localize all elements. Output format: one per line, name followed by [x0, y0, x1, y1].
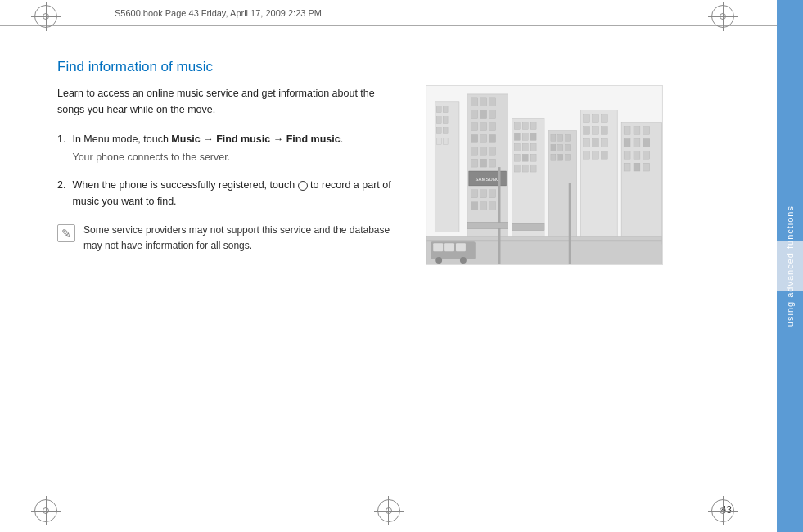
svg-rect-55 [558, 134, 563, 141]
svg-rect-31 [471, 190, 478, 198]
right-tab: using advanced functions [777, 0, 803, 532]
svg-rect-60 [551, 154, 556, 160]
header-line: S5600.book Page 43 Friday, April 17, 200… [115, 8, 322, 18]
svg-rect-3 [443, 106, 448, 113]
svg-rect-75 [601, 151, 607, 159]
svg-rect-90 [426, 240, 661, 241]
svg-rect-100 [512, 223, 544, 230]
top-bar: S5600.book Page 43 Friday, April 17, 200… [0, 0, 777, 26]
note-box: ✎ Some service providers may not support… [57, 223, 401, 254]
svg-rect-52 [530, 165, 536, 172]
svg-rect-40 [530, 123, 536, 130]
svg-rect-66 [601, 115, 607, 123]
svg-rect-25 [489, 147, 496, 155]
svg-rect-36 [489, 202, 496, 210]
svg-rect-33 [489, 190, 496, 198]
svg-rect-65 [592, 115, 598, 123]
svg-rect-19 [489, 123, 496, 131]
svg-rect-51 [522, 165, 528, 172]
svg-rect-17 [471, 123, 478, 131]
city-illustration: SAMSUNG [426, 85, 663, 265]
svg-rect-77 [624, 127, 630, 135]
svg-rect-27 [480, 159, 487, 167]
svg-rect-61 [558, 154, 563, 160]
svg-rect-71 [592, 138, 598, 147]
svg-rect-69 [601, 127, 607, 135]
right-tab-label: using advanced functions [785, 205, 795, 327]
svg-rect-82 [643, 138, 650, 147]
svg-rect-47 [514, 154, 520, 161]
svg-rect-72 [601, 138, 607, 147]
svg-rect-7 [443, 128, 448, 134]
svg-text:SAMSUNG: SAMSUNG [476, 177, 500, 182]
svg-rect-28 [489, 159, 496, 167]
svg-rect-49 [530, 154, 536, 161]
svg-rect-99 [467, 222, 508, 228]
svg-rect-64 [584, 115, 590, 123]
svg-rect-85 [643, 151, 650, 159]
svg-rect-35 [480, 202, 487, 210]
svg-rect-57 [551, 144, 556, 151]
svg-rect-78 [634, 127, 640, 135]
svg-rect-58 [558, 144, 563, 151]
svg-rect-9 [443, 138, 448, 144]
svg-rect-50 [514, 165, 520, 172]
svg-rect-22 [489, 134, 496, 142]
svg-rect-21 [480, 134, 487, 142]
two-col-layout: Learn to access an online music service … [57, 85, 744, 265]
svg-rect-81 [634, 138, 640, 147]
section-title: Find information of music [57, 59, 744, 75]
svg-rect-92 [433, 243, 443, 251]
top-right-decoration [710, 3, 736, 29]
svg-rect-42 [522, 133, 528, 140]
svg-rect-16 [489, 110, 496, 119]
svg-rect-93 [444, 243, 454, 251]
svg-rect-6 [436, 128, 441, 134]
svg-rect-20 [471, 134, 478, 142]
svg-rect-41 [514, 133, 520, 140]
bottom-right-decoration [710, 498, 736, 524]
svg-rect-15 [480, 110, 487, 119]
svg-rect-34 [471, 202, 478, 210]
svg-rect-18 [480, 123, 487, 131]
svg-rect-88 [643, 163, 650, 171]
svg-rect-67 [584, 127, 590, 135]
content-body: Find information of music Learn to acces… [0, 26, 777, 282]
step-1-content: In Menu mode, touch Music → Find music →… [72, 131, 401, 165]
svg-rect-5 [443, 117, 448, 124]
svg-rect-23 [471, 147, 478, 155]
svg-rect-79 [643, 127, 650, 135]
svg-point-96 [460, 257, 467, 264]
step-1-sub: Your phone connects to the server. [72, 149, 401, 165]
svg-rect-83 [624, 151, 630, 159]
intro-text: Learn to access an online music service … [57, 85, 401, 118]
svg-rect-74 [592, 151, 598, 159]
svg-rect-12 [480, 98, 487, 106]
step-1-number: 1. [57, 131, 65, 165]
svg-rect-2 [436, 106, 441, 113]
svg-rect-86 [624, 163, 630, 171]
svg-rect-14 [471, 110, 478, 119]
svg-point-95 [435, 257, 442, 264]
svg-rect-68 [592, 127, 598, 135]
svg-rect-38 [514, 123, 520, 130]
svg-rect-87 [634, 163, 640, 171]
image-column: SAMSUNG [426, 85, 671, 265]
svg-rect-62 [566, 154, 571, 160]
svg-rect-8 [436, 138, 441, 144]
svg-rect-11 [471, 98, 478, 106]
svg-rect-45 [522, 143, 528, 151]
step-2-text: When the phone is successfully registere… [72, 179, 390, 207]
step-1: 1. In Menu mode, touch Music → Find musi… [57, 131, 401, 165]
svg-rect-94 [456, 243, 466, 251]
svg-rect-80 [624, 138, 630, 147]
svg-rect-39 [522, 123, 528, 130]
main-content: S5600.book Page 43 Friday, April 17, 200… [0, 0, 777, 532]
step-2-number: 2. [57, 177, 65, 210]
bottom-center-decoration [376, 498, 402, 524]
svg-rect-43 [530, 133, 536, 140]
svg-rect-73 [584, 151, 590, 159]
note-icon: ✎ [57, 224, 75, 242]
note-text: Some service providers may not support t… [83, 223, 401, 254]
step-1-text: In Menu mode, touch Music → Find music →… [72, 133, 343, 145]
